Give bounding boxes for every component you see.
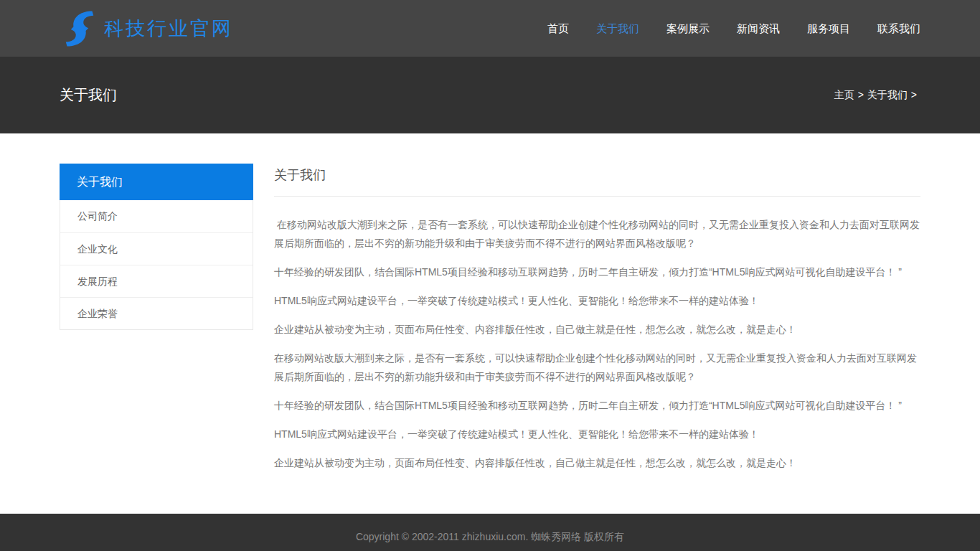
breadcrumb-home-link[interactable]: 主页 [834,89,854,100]
nav-item-cases[interactable]: 案例展示 [666,0,710,57]
page-footer: Copyright © 2002-2011 zhizhuxiu.com. 蜘蛛秀… [0,514,980,551]
content-paragraph: 十年经验的研发团队，结合国际HTML5项目经验和移动互联网趋势，历时二年自主研发… [274,396,920,415]
main-nav: 首页 关于我们 案例展示 新闻资讯 服务项目 联系我们 [547,0,920,57]
top-navbar: 科技行业官网 首页 关于我们 案例展示 新闻资讯 服务项目 联系我们 [0,0,980,57]
breadcrumb-trailing-separator: > [911,89,917,100]
content-paragraph: 十年经验的研发团队，结合国际HTML5项目经验和移动互联网趋势，历时二年自主研发… [274,263,920,281]
sidebar-item-corporate-honors[interactable]: 企业荣誉 [60,297,253,329]
page-banner: 关于我们 主页>关于我们> [0,57,980,133]
site-name: 科技行业官网 [104,16,233,42]
main-content-area: 关于我们 公司简介 企业文化 发展历程 企业荣誉 关于我们 在移动网站改版大潮到… [0,133,980,514]
s-swoosh-icon [60,9,100,49]
nav-item-home[interactable]: 首页 [547,0,569,57]
content-paragraph: 企业建站从被动变为主动，页面布局任性变、内容排版任性改，自己做主就是任性，想怎么… [274,453,920,472]
content-paragraph: HTML5响应式网站建设平台，一举突破了传统建站模式！更人性化、更智能化！给您带… [274,291,920,310]
sidebar-item-development-history[interactable]: 发展历程 [60,265,253,297]
nav-item-news[interactable]: 新闻资讯 [737,0,780,57]
breadcrumb-current-link[interactable]: 关于我们 [867,89,908,100]
site-logo[interactable]: 科技行业官网 [60,9,233,49]
article-content: 关于我们 在移动网站改版大潮到来之际，是否有一套系统，可以快速帮助企业创建个性化… [274,164,920,482]
title-divider [274,196,920,197]
sidebar: 关于我们 公司简介 企业文化 发展历程 企业荣誉 [60,164,253,330]
sidebar-item-corporate-culture[interactable]: 企业文化 [60,232,253,265]
content-title: 关于我们 [274,166,920,184]
copyright-text: Copyright © 2002-2011 zhizhuxiu.com. 蜘蛛秀… [0,531,980,544]
sidebar-menu: 公司简介 企业文化 发展历程 企业荣誉 [60,200,253,330]
sidebar-item-company-profile[interactable]: 公司简介 [60,200,253,232]
nav-item-contact[interactable]: 联系我们 [877,0,920,57]
nav-item-services[interactable]: 服务项目 [807,0,850,57]
sidebar-title: 关于我们 [60,164,253,200]
content-paragraph: 企业建站从被动变为主动，页面布局任性变、内容排版任性改，自己做主就是任性，想怎么… [274,320,920,339]
breadcrumb: 主页>关于我们> [834,89,920,102]
breadcrumb-separator: > [858,89,864,100]
content-paragraph: 在移动网站改版大潮到来之际，是否有一套系统，可以快速帮助企业创建个性化移动网站的… [274,349,920,386]
page-title: 关于我们 [60,85,117,105]
nav-item-about[interactable]: 关于我们 [596,0,639,57]
content-paragraph: HTML5响应式网站建设平台，一举突破了传统建站模式！更人性化、更智能化！给您带… [274,425,920,443]
content-paragraph: 在移动网站改版大潮到来之际，是否有一套系统，可以快速帮助企业创建个性化移动网站的… [274,215,920,253]
